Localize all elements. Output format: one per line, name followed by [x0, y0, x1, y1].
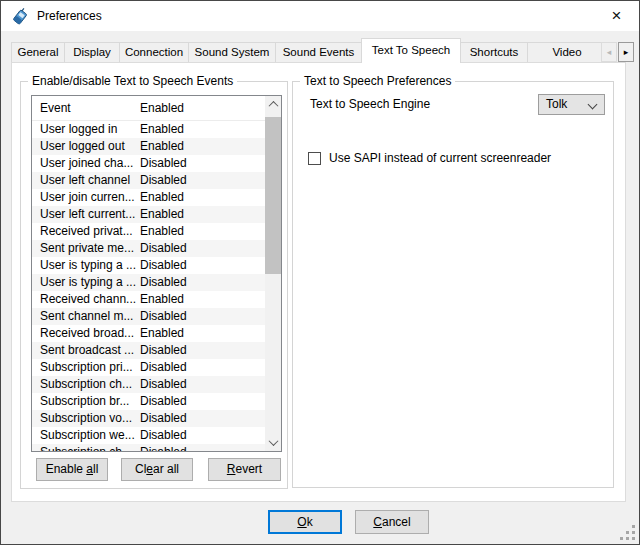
tts-engine-label: Text to Speech Engine	[310, 96, 430, 112]
tab-connection[interactable]: Connection	[119, 42, 189, 63]
event-enabled-value: Disabled	[140, 308, 187, 325]
tts-preferences-group-title: Text to Speech Preferences	[300, 74, 455, 88]
event-enabled-value: Enabled	[140, 138, 184, 155]
event-name: Subscription we...	[40, 428, 135, 442]
event-list-scrollbar[interactable]	[265, 96, 281, 451]
list-item[interactable]: User joined cha... Disabled	[32, 155, 265, 172]
event-enabled-value: Disabled	[140, 427, 187, 444]
column-header-event[interactable]: Event	[40, 101, 71, 115]
event-enabled-value: Enabled	[140, 325, 184, 342]
list-item[interactable]: Subscription vo... Disabled	[32, 410, 265, 427]
list-item[interactable]: Subscription we... Disabled	[32, 427, 265, 444]
event-enabled-value: Enabled	[140, 291, 184, 308]
close-icon[interactable]: ×	[594, 1, 639, 31]
event-enabled-value: Enabled	[140, 121, 184, 138]
event-enabled-value: Disabled	[140, 342, 187, 359]
tab-scroll-right-icon[interactable]: ▸	[618, 42, 634, 62]
tab-sound-system[interactable]: Sound System	[188, 42, 276, 63]
event-name: User joined cha...	[40, 156, 133, 170]
event-enabled-value: Disabled	[140, 359, 187, 376]
event-name: Received chann...	[40, 292, 136, 306]
event-enabled-value: Disabled	[140, 240, 187, 257]
event-name: User join curren...	[40, 190, 135, 204]
scroll-down-icon[interactable]	[265, 434, 281, 451]
event-enabled-value: Disabled	[140, 444, 187, 451]
title-bar: Preferences ×	[1, 1, 639, 31]
tab-sound-events[interactable]: Sound Events	[275, 42, 362, 63]
event-name: Received privat...	[40, 224, 133, 238]
list-item[interactable]: Sent channel m... Disabled	[32, 308, 265, 325]
tts-events-group-title: Enable/disable Text to Speech Events	[28, 74, 237, 88]
tab-shortcuts[interactable]: Shortcuts	[460, 42, 528, 63]
event-name: Sent private me...	[40, 241, 134, 255]
event-list-rows: User logged in Enabled User logged out E…	[32, 121, 265, 451]
list-item[interactable]: Subscription ch... Disabled	[32, 376, 265, 393]
column-header-enabled[interactable]: Enabled	[140, 96, 184, 121]
event-enabled-value: Disabled	[140, 410, 187, 427]
preferences-dialog: Preferences × General Display Connection…	[0, 0, 640, 545]
tab-scroll-left-icon[interactable]: ◂	[601, 42, 617, 62]
event-list-header[interactable]: Event Enabled	[32, 96, 281, 121]
list-item[interactable]: User logged in Enabled	[32, 121, 265, 138]
ok-button[interactable]: Ok	[268, 510, 342, 534]
list-item[interactable]: Received privat... Enabled	[32, 223, 265, 240]
event-list[interactable]: Event Enabled User logged in Enabled Use…	[31, 95, 282, 452]
event-enabled-value: Enabled	[140, 189, 184, 206]
event-name: Subscription ch...	[40, 377, 132, 391]
list-item[interactable]: Received chann... Enabled	[32, 291, 265, 308]
event-name: Sent broadcast ...	[40, 343, 134, 357]
event-enabled-value: Disabled	[140, 274, 187, 291]
list-item[interactable]: Sent broadcast ... Disabled	[32, 342, 265, 359]
event-enabled-value: Enabled	[140, 206, 184, 223]
event-name: Subscription vo...	[40, 411, 132, 425]
tts-preferences-group: Text to Speech Preferences Text to Speec…	[292, 81, 614, 488]
list-item[interactable]: Sent private me... Disabled	[32, 240, 265, 257]
event-name: Received broad...	[40, 326, 134, 340]
tab-display[interactable]: Display	[64, 42, 120, 63]
scroll-up-icon[interactable]	[265, 96, 281, 113]
tts-engine-select[interactable]: Tolk	[538, 94, 605, 115]
tab-scroll-buttons: ◂ ▸	[601, 42, 634, 62]
revert-button[interactable]: Revert	[208, 458, 281, 481]
list-item[interactable]: User is typing a ... Disabled	[32, 257, 265, 274]
list-item[interactable]: User join curren... Enabled	[32, 189, 265, 206]
tab-general[interactable]: General	[11, 42, 65, 63]
event-name: User left channel	[40, 173, 130, 187]
event-name: Subscription br...	[40, 394, 129, 408]
event-enabled-value: Disabled	[140, 376, 187, 393]
tab-bar: General Display Connection Sound System …	[11, 38, 601, 63]
event-name: User is typing a ...	[40, 275, 136, 289]
tts-engine-value: Tolk	[546, 97, 567, 111]
event-name: Subscription ch...	[40, 445, 132, 451]
event-enabled-value: Disabled	[140, 172, 187, 189]
list-item[interactable]: Received broad... Enabled	[32, 325, 265, 342]
resize-grip[interactable]	[617, 522, 639, 544]
event-name: Sent channel m...	[40, 309, 133, 323]
use-sapi-checkbox[interactable]	[308, 152, 321, 165]
event-name: User is typing a ...	[40, 258, 136, 272]
use-sapi-label[interactable]: Use SAPI instead of current screenreader	[329, 151, 551, 166]
list-item[interactable]: Subscription pri... Disabled	[32, 359, 265, 376]
tts-events-group: Enable/disable Text to Speech Events Eve…	[20, 81, 288, 489]
window-title: Preferences	[37, 1, 102, 31]
event-name: User left current...	[40, 207, 135, 221]
list-item[interactable]: Subscription br... Disabled	[32, 393, 265, 410]
tab-video[interactable]: Video	[527, 42, 601, 63]
event-name: User logged out	[40, 139, 125, 153]
clear-all-button[interactable]: Clear all	[121, 458, 193, 481]
list-item[interactable]: User left current... Enabled	[32, 206, 265, 223]
event-enabled-value: Disabled	[140, 257, 187, 274]
event-enabled-value: Disabled	[140, 155, 187, 172]
enable-all-button[interactable]: Enable all	[36, 458, 108, 481]
list-item[interactable]: User left channel Disabled	[32, 172, 265, 189]
app-icon	[11, 7, 30, 26]
list-item[interactable]: User is typing a ... Disabled	[32, 274, 265, 291]
event-enabled-value: Disabled	[140, 393, 187, 410]
list-item[interactable]: User logged out Enabled	[32, 138, 265, 155]
scrollbar-thumb[interactable]	[265, 117, 281, 274]
tab-text-to-speech[interactable]: Text To Speech	[361, 38, 461, 63]
chevron-down-icon	[588, 100, 598, 110]
event-enabled-value: Enabled	[140, 223, 184, 240]
list-item[interactable]: Subscription ch... Disabled	[32, 444, 265, 451]
cancel-button[interactable]: Cancel	[355, 510, 429, 534]
